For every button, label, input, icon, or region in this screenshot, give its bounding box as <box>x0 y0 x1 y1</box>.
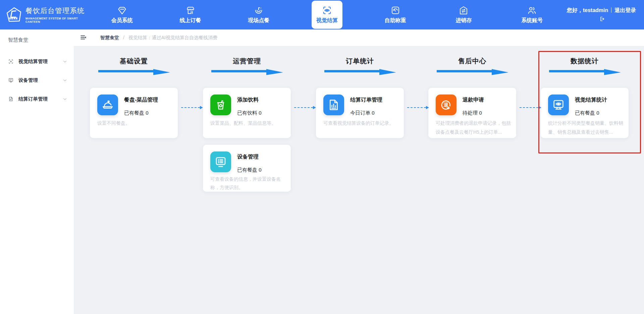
visual-stats-monitor-icon <box>548 95 569 115</box>
flow-column-data-statistics: 数据统计 <box>548 57 621 75</box>
app-subtitle: MANAGEMENT SYSTEM OF SMART CANTEEN <box>25 17 88 23</box>
card-description: 可查看视觉结算设备的订单记录。 <box>323 119 398 128</box>
card-title: 添加饮料 <box>237 97 259 104</box>
nav-tab-system-account[interactable]: 系统账号 <box>498 0 566 29</box>
storefront-icon <box>185 5 196 15</box>
nav-tab-label: 进销存 <box>455 17 472 24</box>
card-description: 可查看设备的信息，并设置设备名称，方便识别。 <box>210 175 285 192</box>
blue-arrow-underline <box>324 69 396 75</box>
flow-column-order-statistics: 订单统计 <box>324 57 396 75</box>
card-title: 餐盘-菜品管理 <box>124 97 158 104</box>
flow-column-aftersales-center: 售后中心 <box>436 57 508 75</box>
divider <box>611 7 611 13</box>
sidebar-item-label: 视觉结算管理 <box>18 58 48 65</box>
order-report-icon <box>323 95 344 115</box>
top-nav-tabs: 会员系统 线上订餐 <box>88 0 566 29</box>
nav-tab-label: 自助称重 <box>385 17 406 24</box>
card-refund-request[interactable]: 退 退款申请 待处理 0 可处理消费者的退款申请记录，包括设备点餐及云餐厅H5上… <box>428 88 516 138</box>
svg-text:智慧食堂: 智慧食堂 <box>8 17 18 20</box>
refund-circle-icon: 退 <box>436 95 457 115</box>
column-title: 基础设置 <box>98 57 170 66</box>
card-stat: 已有餐盘 0 <box>237 167 262 173</box>
card-description: 设置不同餐盘。 <box>97 119 172 128</box>
blue-arrow-underline <box>436 69 508 75</box>
card-title: 设备管理 <box>237 153 259 161</box>
breadcrumb-current: 视觉结算：通过AI视觉结算台自选餐线消费 <box>128 35 217 40</box>
blue-arrow-underline <box>548 69 621 75</box>
breadcrumb: 智慧食堂 / 视觉结算：通过AI视觉结算台自选餐线消费 <box>100 35 217 41</box>
column-title: 数据统计 <box>548 57 621 66</box>
breadcrumb-separator: / <box>123 35 124 40</box>
sidebar-item-settlement-order-management[interactable]: 结算订单管理 <box>0 89 74 108</box>
inventory-house-icon <box>459 5 469 15</box>
top-navigation-bar: 智慧食堂 餐饮后台管理系统 MANAGEMENT SYSTEM OF SMART… <box>0 0 644 29</box>
card-device-management[interactable]: 设备管理 已有餐盘 0 可查看设备的信息，并设置设备名称，方便识别。 <box>203 145 291 192</box>
column-title: 订单统计 <box>324 57 396 66</box>
card-title: 退款申请 <box>463 97 484 104</box>
card-settlement-order-management[interactable]: 结算订单管理 今日订单 0 可查看视觉结算设备的订单记录。 <box>316 88 404 138</box>
nav-tab-onsite-ordering[interactable]: 现场点餐 <box>224 0 293 29</box>
card-title: 视觉结算统计 <box>575 97 607 104</box>
nav-tab-member-system[interactable]: 会员系统 <box>88 0 156 29</box>
nav-tab-label: 线上订餐 <box>180 17 201 24</box>
sidebar: 智慧食堂 视觉结算管理 设备管理 <box>0 29 74 314</box>
sidebar-item-device-management[interactable]: 设备管理 <box>0 71 74 89</box>
sidebar-item-label: 设备管理 <box>18 77 38 83</box>
app-window: 智慧食堂 餐饮后台管理系统 MANAGEMENT SYSTEM OF SMART… <box>0 0 644 314</box>
brand-text: 餐饮后台管理系统 MANAGEMENT SYSTEM OF SMART CANT… <box>25 6 88 23</box>
device-monitor-icon <box>8 77 14 83</box>
card-stat: 今日订单 0 <box>350 110 375 116</box>
drink-cup-icon <box>210 95 231 115</box>
nav-tab-visual-settlement[interactable]: 视觉结算 <box>293 0 361 29</box>
column-title: 运营管理 <box>211 57 283 66</box>
sidebar-menu: 视觉结算管理 设备管理 结算订单管理 <box>0 52 74 108</box>
smart-canteen-logo-icon: 智慧食堂 <box>5 6 22 23</box>
nav-tab-label: 会员系统 <box>111 17 133 24</box>
nav-tab-online-ordering[interactable]: 线上订餐 <box>156 0 225 29</box>
nav-tab-label: 视觉结算 <box>316 17 338 24</box>
flow-connector-arrow <box>294 107 313 108</box>
column-title: 售后中心 <box>436 57 508 66</box>
nav-tab-label: 系统账号 <box>521 17 543 24</box>
card-stat: 待处理 0 <box>463 110 482 116</box>
visual-scan-icon <box>8 59 14 64</box>
chevron-down-icon <box>63 59 67 64</box>
breadcrumb-root[interactable]: 智慧食堂 <box>100 35 119 40</box>
card-plate-dish-management[interactable]: 餐盘-菜品管理 已有餐盘 0 设置不同餐盘。 <box>90 88 178 138</box>
card-stat: 已有饮料 0 <box>237 110 262 116</box>
card-description: 可处理消费者的退款申请记录，包括设备点餐及云餐厅H5上的订单... <box>436 119 511 137</box>
user-area: 您好，testadmin退出登录 <box>566 0 644 29</box>
flow-connector-arrow <box>520 107 538 108</box>
sidebar-item-label: 结算订单管理 <box>18 96 48 102</box>
blue-arrow-underline <box>211 69 283 75</box>
flow-connector-arrow <box>181 107 200 108</box>
brand-block: 智慧食堂 餐饮后台管理系统 MANAGEMENT SYSTEM OF SMART… <box>0 0 88 29</box>
scale-gauge-icon <box>390 5 400 15</box>
order-doc-icon <box>8 96 14 102</box>
flow-connector-arrow <box>407 107 426 108</box>
nav-tab-inventory[interactable]: 进销存 <box>430 0 498 29</box>
flow-column-basic-settings: 基础设置 <box>98 57 170 75</box>
breadcrumb-bar: 智慧食堂 / 视觉结算：通过AI视觉结算台自选餐线消费 <box>74 29 644 46</box>
chevron-down-icon <box>63 97 67 101</box>
nav-tab-self-weighing[interactable]: 自助称重 <box>361 0 430 29</box>
sidebar-title: 智慧食堂 <box>0 29 74 43</box>
device-screen-icon <box>210 151 231 172</box>
diamond-member-icon <box>117 5 127 15</box>
blue-arrow-underline <box>98 69 170 75</box>
card-title: 结算订单管理 <box>350 97 382 104</box>
menu-fold-icon[interactable] <box>80 34 87 41</box>
card-description: 设置菜品、配料、菜品信息等。 <box>210 119 285 128</box>
sidebar-item-visual-settlement-management[interactable]: 视觉结算管理 <box>0 52 74 71</box>
card-visual-settlement-statistics[interactable]: 视觉结算统计 已有餐盘 0 统计分析不同类型餐盘销量、饮料销量、销售总额及查看过… <box>541 88 629 138</box>
user-greeting: 您好，testadmin <box>567 7 608 13</box>
card-stat: 已有餐盘 0 <box>575 110 599 116</box>
svg-text:退: 退 <box>443 102 448 108</box>
cloche-plate-icon <box>97 95 118 115</box>
card-add-drinks[interactable]: 添加饮料 已有饮料 0 设置菜品、配料、菜品信息等。 <box>203 88 291 138</box>
flow-column-operation-management: 运营管理 <box>211 57 283 75</box>
card-description: 统计分析不同类型餐盘销量、饮料销量、销售总额及查看过去销售... <box>548 119 623 137</box>
app-title: 餐饮后台管理系统 <box>25 6 88 15</box>
logout-icon <box>599 16 605 22</box>
flow-diagram-area: 基础设置 运营管理 订单统计 售后中心 数据统计 <box>74 46 644 314</box>
